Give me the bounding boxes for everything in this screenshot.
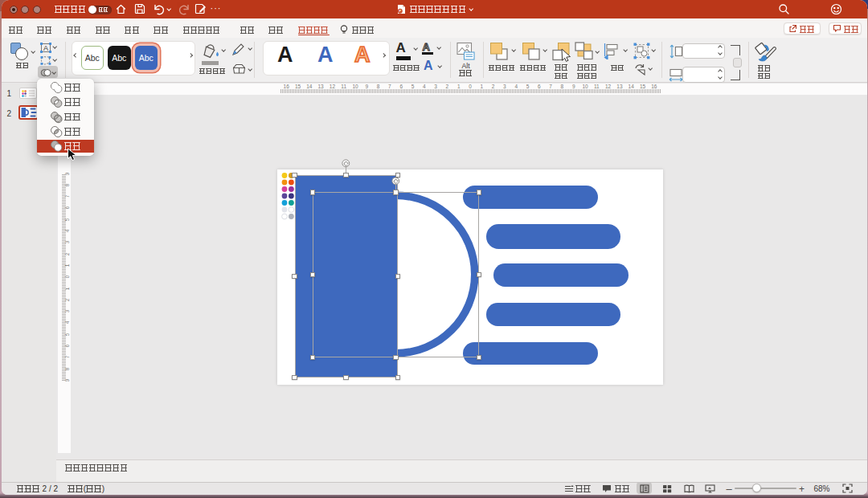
svg-text:A: A [43,44,47,52]
svg-text:P: P [399,10,402,13]
